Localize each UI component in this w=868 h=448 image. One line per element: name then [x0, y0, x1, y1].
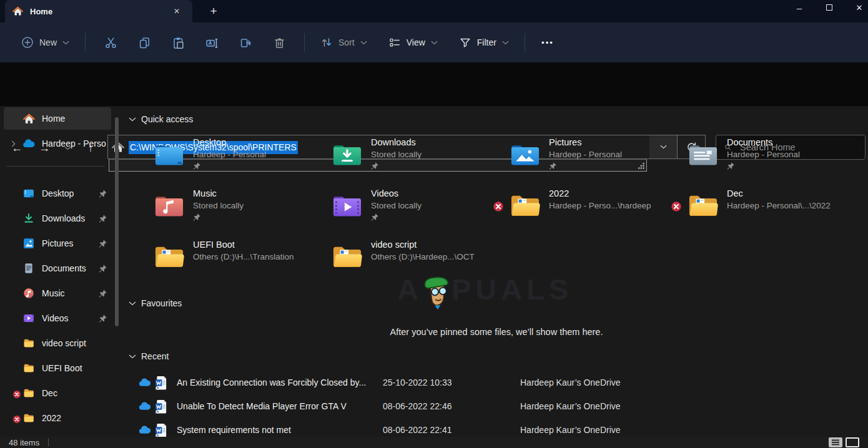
chevron-right-icon[interactable]	[11, 140, 16, 147]
documents-icon	[23, 263, 34, 274]
sidebar-item-music[interactable]: Music	[4, 282, 111, 304]
details-view-button[interactable]	[829, 437, 842, 447]
sidebar-item-dec[interactable]: Dec	[4, 382, 111, 404]
maximize-button[interactable]	[814, 0, 844, 15]
home-icon	[23, 114, 35, 124]
recent-file-row[interactable]: Unable To Detect Media Player Error GTA …	[129, 394, 847, 418]
pin-icon	[371, 213, 379, 221]
file-date: 25-10-2022 10:33	[383, 377, 520, 387]
desktop-folder-icon	[153, 141, 185, 167]
sync-error-icon	[493, 201, 504, 212]
filter-icon	[459, 36, 471, 49]
sidebar-scrollbar[interactable]	[115, 117, 119, 326]
tile-title: Documents	[727, 137, 800, 147]
sidebar-item-label: Hardeep - Perso	[42, 139, 106, 149]
documents-folder-icon	[687, 141, 719, 167]
sidebar-divider	[6, 166, 105, 167]
sync-error-icon	[671, 201, 682, 212]
tile-subtitle: Hardeep - Perso...\hardeep	[549, 201, 651, 210]
tile-downloads[interactable]: Downloads Stored locally	[323, 132, 498, 179]
sidebar-item-video-script[interactable]: video script	[4, 332, 111, 354]
folder-icon	[687, 192, 719, 218]
pictures-folder-icon	[509, 141, 541, 167]
tile-videos[interactable]: Videos Stored locally	[323, 183, 498, 230]
word-document-icon	[155, 423, 168, 437]
title-bar: Home ✕ + – ✕	[0, 0, 868, 22]
cut-button[interactable]	[94, 30, 127, 55]
sidebar-item-desktop[interactable]: Desktop	[4, 182, 111, 205]
tile-title: Videos	[371, 188, 422, 198]
section-title: Favourites	[141, 298, 182, 308]
pin-icon	[549, 162, 557, 170]
pin-icon	[371, 162, 379, 170]
folder-icon	[331, 243, 363, 270]
sidebar-item-label: UEFI Boot	[42, 363, 82, 373]
new-tab-button[interactable]: +	[205, 2, 222, 20]
sidebar-item-label: Dec	[42, 388, 57, 398]
filter-button[interactable]: Filter	[451, 30, 516, 55]
tab-close-button[interactable]: ✕	[169, 4, 185, 19]
minimize-button[interactable]: –	[784, 0, 814, 15]
copy-button[interactable]	[127, 30, 161, 55]
filter-button-label: Filter	[477, 37, 496, 47]
sidebar-item-home[interactable]: Home	[4, 107, 111, 130]
file-date: 08-06-2022 22:41	[383, 425, 520, 435]
tile-subtitle: Hardeep - Personal	[727, 150, 800, 159]
sidebar-item-downloads[interactable]: Downloads	[4, 207, 111, 230]
sidebar-item-label: Downloads	[42, 213, 85, 223]
tile-music[interactable]: Music Stored locally	[145, 183, 320, 230]
tile-title: Desktop	[193, 137, 266, 147]
pin-icon	[99, 314, 107, 323]
home-icon	[12, 6, 23, 16]
close-window-button[interactable]: ✕	[844, 0, 868, 15]
large-icons-view-button[interactable]	[846, 437, 859, 447]
sidebar-item-documents[interactable]: Documents	[4, 257, 111, 280]
new-button[interactable]: New	[14, 30, 77, 55]
tile-documents[interactable]: Documents Hardeep - Personal	[679, 132, 854, 179]
paste-icon	[172, 36, 185, 49]
favourites-header[interactable]: Favourites	[129, 298, 182, 308]
tile-subtitle: Others (D:)\Hardeep...\OCT	[371, 252, 475, 261]
new-button-label: New	[39, 37, 57, 47]
see-more-button[interactable]: •••	[533, 30, 562, 55]
sort-button[interactable]: Sort	[313, 30, 375, 55]
items-count: 48 items	[9, 438, 39, 447]
folder-icon	[153, 243, 185, 270]
tile-dec[interactable]: Dec Hardeep - Personal\...\2022	[679, 183, 854, 230]
rename-button[interactable]	[195, 30, 229, 55]
sidebar-item-uefi-boot[interactable]: UEFI Boot	[4, 357, 111, 379]
recent-header[interactable]: Recent	[129, 351, 169, 361]
tab-home[interactable]: Home ✕	[5, 0, 192, 22]
sidebar-item-2022[interactable]: 2022	[4, 407, 111, 429]
sidebar-item-videos[interactable]: Videos	[4, 307, 111, 329]
details-view-icon	[831, 439, 840, 446]
tile-pictures[interactable]: Pictures Hardeep - Personal	[501, 132, 676, 179]
sidebar-item-label: Home	[42, 114, 65, 124]
sidebar-item-onedrive[interactable]: Hardeep - Perso	[4, 132, 111, 155]
sync-error-icon	[12, 415, 21, 424]
chevron-down-icon	[129, 117, 136, 122]
sidebar-item-label: Documents	[42, 263, 86, 273]
onedrive-cloud-icon	[139, 378, 150, 387]
tile-subtitle: Hardeep - Personal	[193, 150, 266, 159]
tile-desktop[interactable]: Desktop Hardeep - Personal	[145, 132, 320, 179]
view-button[interactable]: View	[381, 30, 445, 55]
folder-icon	[23, 363, 34, 374]
pin-icon	[99, 239, 107, 248]
word-document-icon	[155, 399, 168, 414]
pin-icon	[193, 213, 201, 221]
window-controls: – ✕	[784, 0, 868, 15]
delete-button[interactable]	[262, 30, 296, 55]
tile-2022[interactable]: 2022 Hardeep - Perso...\hardeep	[501, 183, 676, 230]
paste-button[interactable]	[161, 30, 195, 55]
appuals-mascot-icon	[420, 275, 453, 310]
sort-icon	[320, 36, 333, 49]
tile-uefi-boot[interactable]: UEFI Boot Others (D:)\H...\Translation	[145, 234, 320, 281]
recent-file-row[interactable]: An Existing Connection was Forcibly Clos…	[129, 371, 847, 394]
share-button[interactable]	[229, 30, 262, 55]
sidebar-item-pictures[interactable]: Pictures	[4, 232, 111, 255]
new-plus-icon	[21, 36, 34, 49]
quick-access-header[interactable]: Quick access	[129, 114, 193, 124]
status-divider	[48, 439, 49, 446]
cut-icon	[104, 36, 117, 49]
